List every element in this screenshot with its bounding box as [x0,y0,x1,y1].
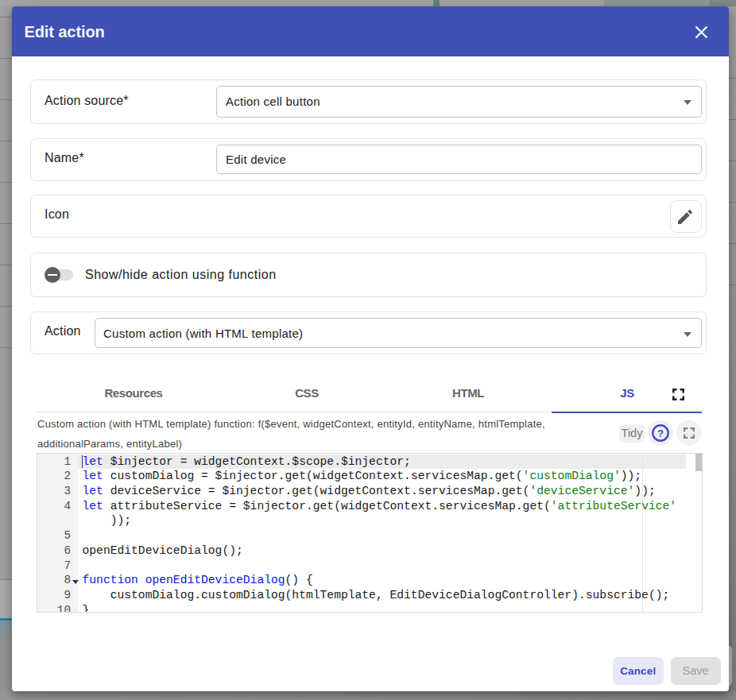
svg-text:?: ? [657,427,664,439]
